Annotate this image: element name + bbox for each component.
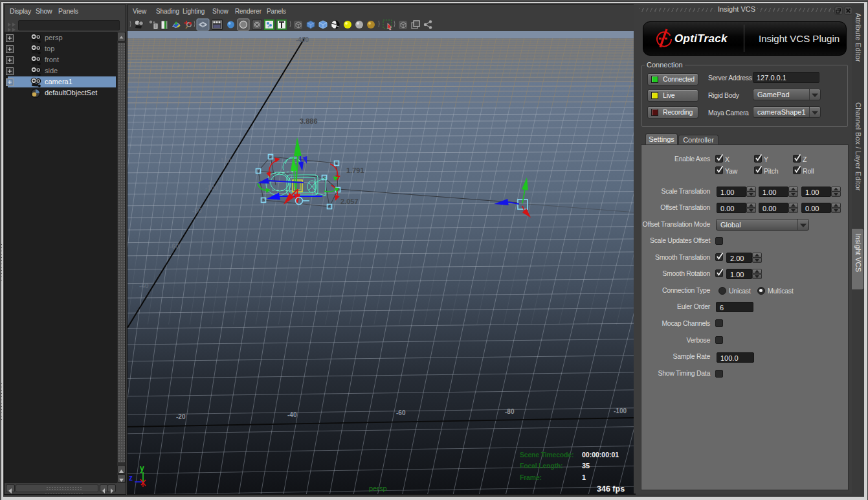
svg-text:-80: -80 [505,408,515,415]
svg-text:3.886: 3.886 [300,117,318,125]
svg-text:35: 35 [582,462,590,470]
svg-text:-120: -120 [218,157,231,165]
svg-text:-100: -100 [205,185,218,192]
svg-text:-40: -40 [287,411,297,418]
svg-text:1: 1 [582,473,586,481]
svg-text:y: y [140,464,144,473]
svg-text:-60: -60 [170,243,179,250]
svg-text:-80: -80 [192,207,202,214]
svg-text:-60: -60 [396,409,406,416]
svg-text:00:00:00:01: 00:00:00:01 [582,451,619,459]
svg-text:persp: persp [369,484,387,492]
svg-text:-20: -20 [176,413,186,420]
svg-text:2.057: 2.057 [340,198,359,205]
svg-text:Focal Length:: Focal Length: [520,462,562,470]
svg-text:346 fps: 346 fps [597,484,625,494]
svg-text:-400: -400 [296,36,309,43]
svg-text:-100: -100 [614,407,627,415]
svg-text:Frame:: Frame: [520,473,542,481]
svg-text:-40: -40 [139,282,149,290]
svg-text:1.791: 1.791 [346,166,364,174]
svg-text:Scene Timecode:: Scene Timecode: [520,451,573,459]
svg-text:z: z [129,473,133,483]
